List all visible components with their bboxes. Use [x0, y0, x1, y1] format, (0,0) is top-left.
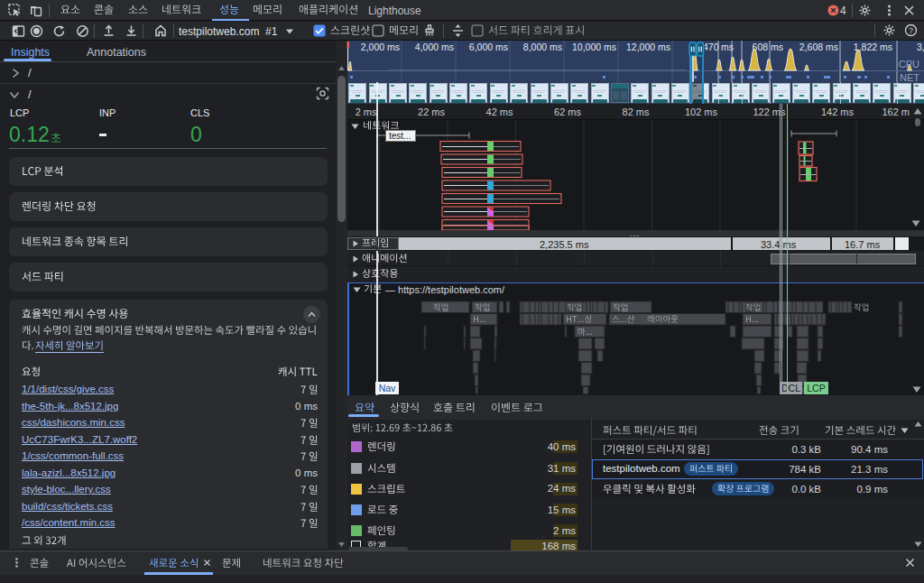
svg-text:162 m: 162 m — [882, 106, 910, 117]
svg-text:62 ms: 62 ms — [554, 106, 581, 117]
svg-text:12,000 ms: 12,000 ms — [626, 42, 670, 52]
svg-text:?: ? — [909, 26, 913, 35]
svg-text:ms: ms — [721, 42, 734, 52]
svg-text:470: 470 — [703, 42, 719, 52]
svg-text:608 ms: 608 ms — [753, 42, 783, 52]
svg-text:142 ms: 142 ms — [821, 106, 855, 117]
svg-text:102 ms: 102 ms — [685, 106, 718, 117]
svg-text:2,000 ms: 2,000 ms — [361, 42, 400, 52]
svg-text:4,000 ms: 4,000 ms — [415, 42, 454, 52]
svg-text:3,: 3, — [917, 42, 924, 52]
svg-text:82 ms: 82 ms — [623, 106, 650, 117]
svg-text:2 ms: 2 ms — [356, 106, 377, 117]
svg-text:10,000 ms: 10,000 ms — [572, 42, 616, 52]
svg-text:6,000 ms: 6,000 ms — [469, 42, 508, 52]
svg-text:2,608 ms: 2,608 ms — [799, 42, 838, 52]
svg-text:8,000 ms: 8,000 ms — [523, 42, 562, 52]
svg-text:22 ms: 22 ms — [418, 106, 445, 117]
svg-text:42 ms: 42 ms — [486, 106, 513, 117]
